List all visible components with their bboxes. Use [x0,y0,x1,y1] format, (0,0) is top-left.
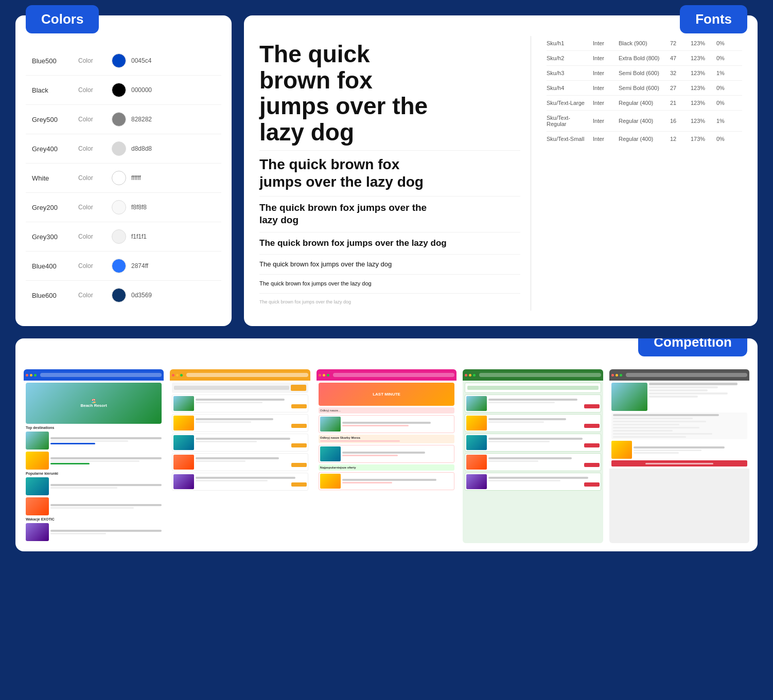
font-sample-text: The quick brown fox jumps over the lazy … [259,202,427,227]
ft-name: Sku/h3 [547,70,588,76]
ft-name: Sku/Text-Regular [547,115,588,127]
font-sample-6: The quick brown fox jumps over the lazy … [259,294,520,311]
color-swatch-wrap: 828282 [112,112,215,127]
screenshot-col-1: 🏖️Beach Resort Top destinations [24,369,164,543]
ft-weight: Extra Bold (800) [619,55,665,61]
ft-ls: 0% [716,136,732,142]
ft-ls: 0% [716,55,732,61]
color-type-label: Color [78,174,107,182]
color-swatch-wrap: 0d3569 [112,288,215,302]
color-type-label: Color [78,116,107,123]
ft-name: Sku/Text-Small [547,136,588,142]
color-type-label: Color [78,86,107,94]
ft-name: Sku/h4 [547,85,588,91]
font-samples: The quick brown fox jumps over the lazy … [259,36,531,311]
fonts-card: Fonts The quick brown fox jumps over the… [244,15,758,326]
font-sample-text: The quick brown fox jumps over the lazy … [259,299,351,306]
ft-lh: 123% [691,40,711,46]
color-type-label: Color [78,57,107,64]
color-item-grey400: Grey400 Color d8d8d8 [26,134,221,164]
font-sample-text: The quick brown fox jumps over the lazy … [259,260,392,269]
color-name: Black [32,86,73,94]
color-name: Grey400 [32,145,73,153]
color-item-white: White Color ffffff [26,164,221,193]
color-swatch-wrap: 000000 [112,83,215,97]
font-table-row-5: Sku/Text-Regular Inter Regular (400) 16 … [547,111,742,132]
ft-family: Inter [593,136,613,142]
ft-ls: 0% [716,100,732,106]
ft-family: Inter [593,85,613,91]
ft-ls: 0% [716,40,732,46]
color-name: Blue500 [32,57,73,65]
color-hex: 828282 [131,116,152,123]
font-table-row-2: Sku/h3 Inter Semi Bold (600) 32 123% 1% [547,66,742,81]
font-sample-2: The quick brown fox jumps over the lazy … [259,196,520,232]
font-sample-text: The quick brown fox jumps over the lazy … [259,156,424,190]
ft-lh: 123% [691,85,711,91]
color-hex: 000000 [131,86,152,94]
font-table-row-4: Sku/Text-Large Inter Regular (400) 21 12… [547,96,742,111]
color-swatch-wrap: d8d8d8 [112,141,215,156]
ft-size: 27 [670,85,686,91]
color-hex: f8f8f8 [131,204,147,211]
screenshot-col-4 [463,369,603,543]
color-hex: 2874ff [131,262,148,270]
ft-weight: Semi Bold (600) [619,85,665,91]
color-name: Grey200 [32,204,73,211]
color-swatch [112,259,126,273]
screenshot-col-5 [609,369,749,543]
color-item-grey300: Grey300 Color f1f1f1 [26,222,221,252]
font-sample-text: The quick brown fox jumps over the lazy … [259,280,372,288]
color-swatch-wrap: f8f8f8 [112,200,215,214]
color-swatch [112,112,126,127]
color-name: White [32,174,73,182]
color-swatch [112,229,126,244]
colors-card: Colors Blue500 Color 0045c4 Black Color … [15,15,232,326]
color-item-grey500: Grey500 Color 828282 [26,105,221,134]
color-name: Blue600 [32,292,73,299]
ft-name: Sku/h1 [547,40,588,46]
color-swatch-wrap: 0045c4 [112,53,215,68]
font-table-row-6: Sku/Text-Small Inter Regular (400) 12 17… [547,132,742,146]
color-item-blue600: Blue600 Color 0d3569 [26,281,221,310]
ft-name: Sku/Text-Large [547,100,588,106]
ft-size: 12 [670,136,686,142]
color-type-label: Color [78,145,107,152]
font-sample-4: The quick brown fox jumps over the lazy … [259,255,520,275]
colors-badge: Colors [26,5,99,33]
color-name: Grey500 [32,116,73,123]
color-swatch [112,200,126,214]
color-swatch-wrap: 2874ff [112,259,215,273]
fonts-badge: Fonts [680,5,747,33]
font-table-row-3: Sku/h4 Inter Semi Bold (600) 27 123% 0% [547,81,742,96]
ft-weight: Semi Bold (600) [619,70,665,76]
ft-lh: 123% [691,118,711,124]
color-swatch [112,288,126,302]
ft-family: Inter [593,40,613,46]
ft-lh: 123% [691,70,711,76]
color-hex: d8d8d8 [131,145,152,152]
ft-ls: 0% [716,85,732,91]
screenshot-col-3: LAST MINUTE Odkryj nasze... Odkryj [317,369,456,543]
color-type-label: Color [78,262,107,270]
ft-size: 16 [670,118,686,124]
screenshot-col-2 [170,369,310,543]
ft-weight: Regular (400) [619,118,665,124]
color-hex: f1f1f1 [131,233,147,240]
top-row: Colors Blue500 Color 0045c4 Black Color … [15,15,758,326]
font-sample-text: The quick brown fox jumps over the lazy … [259,41,428,145]
ft-weight: Black (900) [619,40,665,46]
ft-lh: 123% [691,100,711,106]
color-type-label: Color [78,204,107,211]
ft-lh: 123% [691,55,711,61]
ft-weight: Regular (400) [619,100,665,106]
fonts-table: Sku/h1 Inter Black (900) 72 123% 0% Sku/… [547,36,742,311]
font-table-row-0: Sku/h1 Inter Black (900) 72 123% 0% [547,36,742,51]
font-table-row-1: Sku/h2 Inter Extra Bold (800) 47 123% 0% [547,51,742,66]
font-sample-5: The quick brown fox jumps over the lazy … [259,275,520,293]
color-swatch-wrap: f1f1f1 [112,229,215,244]
competition-badge: Competition [638,338,747,356]
color-type-label: Color [78,292,107,299]
color-item-black: Black Color 000000 [26,76,221,105]
color-swatch [112,53,126,68]
